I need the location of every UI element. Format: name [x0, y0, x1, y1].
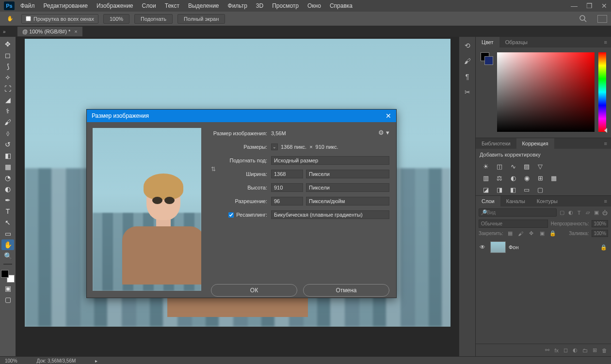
dimensions-unit-toggle[interactable]: ⌄ — [271, 143, 278, 150]
crop-tool[interactable]: ⛶ — [1, 83, 14, 94]
layer-mask-icon[interactable]: ◻ — [563, 347, 568, 353]
tab-color[interactable]: Цвет — [476, 37, 499, 47]
color-panel-menu-icon[interactable]: ≡ — [600, 39, 611, 45]
clone-tool[interactable]: ⎀ — [1, 128, 14, 139]
zoom-100-button[interactable]: 100% — [103, 14, 129, 24]
opacity-value[interactable]: 100% — [592, 220, 608, 227]
move-tool[interactable]: ✥ — [1, 39, 14, 49]
tab-paths[interactable]: Контуры — [531, 196, 563, 206]
scroll-all-windows-checkbox[interactable]: Прокрутка во всех окнах — [21, 14, 98, 24]
lasso-tool[interactable]: ⟆ — [1, 61, 14, 72]
filter-toggle-icon[interactable]: ⏻ — [601, 210, 608, 216]
filter-adjust-icon[interactable]: ◐ — [567, 209, 574, 216]
gear-icon[interactable]: ⚙ ▾ — [378, 129, 389, 136]
maximize-button[interactable]: ❐ — [586, 2, 593, 10]
menu-text[interactable]: Текст — [165, 2, 179, 9]
width-input[interactable] — [271, 170, 303, 178]
gradient-tool[interactable]: ▦ — [1, 161, 14, 172]
resample-checkbox[interactable] — [228, 212, 234, 218]
gradient-map-icon[interactable]: ▭ — [522, 186, 531, 193]
lock-pixels-icon[interactable]: 🖌 — [517, 231, 525, 237]
screenmode-tool[interactable]: ▢ — [1, 294, 14, 305]
dodge-tool[interactable]: ◐ — [1, 184, 14, 194]
selective-icon[interactable]: ▢ — [536, 186, 545, 193]
heal-tool[interactable]: ⚕ — [1, 106, 14, 116]
layers-panel-menu-icon[interactable]: ≡ — [600, 198, 611, 204]
lock-position-icon[interactable]: ✥ — [528, 230, 535, 237]
menu-select[interactable]: Выделение — [188, 2, 219, 9]
path-tool[interactable]: ↖ — [1, 217, 14, 228]
menu-3d[interactable]: 3D — [256, 2, 263, 9]
filter-shape-icon[interactable]: ▱ — [584, 209, 591, 216]
dialog-titlebar[interactable]: Размер изображения ✕ — [87, 110, 396, 122]
search-icon[interactable] — [579, 15, 587, 23]
filter-image-icon[interactable]: ▢ — [559, 209, 565, 216]
tools-panel-icon[interactable]: ✂ — [465, 88, 470, 96]
filter-smart-icon[interactable]: ▣ — [593, 209, 600, 216]
layer-thumbnail[interactable] — [490, 241, 506, 253]
close-tab-icon[interactable]: × — [74, 29, 77, 34]
workspace-switcher-icon[interactable] — [597, 15, 607, 23]
lock-all-icon[interactable]: 🔒 — [549, 230, 557, 237]
tab-correction[interactable]: Коррекция — [516, 138, 554, 149]
minimize-button[interactable]: — — [571, 2, 578, 10]
brush-tool[interactable]: 🖌 — [1, 117, 14, 127]
eraser-tool[interactable]: ◧ — [1, 150, 14, 161]
menu-layers[interactable]: Слои — [142, 2, 156, 9]
color-swatches[interactable] — [1, 270, 15, 283]
resolution-unit-select[interactable]: Пиксели/дюйм — [306, 197, 389, 206]
panel-swatches[interactable] — [481, 52, 493, 133]
vibrance-icon[interactable]: ▽ — [536, 162, 545, 170]
status-doc[interactable]: Док: 3,56M/3,56M — [37, 358, 76, 364]
zoom-tool[interactable]: 🔍 — [1, 251, 14, 261]
scroll-all-checkbox-input[interactable] — [26, 16, 31, 21]
hue-slider[interactable] — [598, 52, 606, 132]
eyedropper-tool[interactable]: ◢ — [1, 95, 14, 105]
layer-filter-input[interactable] — [479, 208, 557, 217]
hand-tool[interactable]: ✋ — [1, 239, 14, 250]
new-layer-icon[interactable]: ⊞ — [593, 347, 597, 353]
brushes-panel-icon[interactable]: 🖌 — [464, 57, 471, 65]
color-cursor[interactable] — [498, 102, 503, 107]
lock-artboard-icon[interactable]: ▣ — [538, 230, 546, 237]
menu-window[interactable]: Окно — [307, 2, 321, 9]
group-icon[interactable]: 🗀 — [582, 348, 588, 353]
balance-icon[interactable]: ⚖ — [495, 174, 504, 182]
document-tab[interactable]: @ 100% (RGB/8#) * × — [17, 27, 82, 36]
photo-filter-icon[interactable]: ◉ — [522, 174, 531, 182]
height-input[interactable] — [271, 183, 303, 192]
panel-bg-swatch[interactable] — [484, 56, 493, 65]
height-unit-select[interactable]: Пиксели — [306, 183, 389, 192]
tab-channels[interactable]: Каналы — [500, 196, 531, 206]
fill-adjust-icon[interactable]: ◐ — [573, 347, 578, 353]
constrain-proportions-icon[interactable]: ⇅ — [211, 166, 216, 173]
threshold-icon[interactable]: ◧ — [509, 186, 517, 193]
width-unit-select[interactable]: Пиксели — [306, 170, 389, 178]
status-arrow-icon[interactable]: ▸ — [95, 358, 97, 364]
delete-layer-icon[interactable]: 🗑 — [602, 348, 607, 353]
invert-icon[interactable]: ◪ — [482, 186, 490, 193]
tab-layers[interactable]: Слои — [476, 196, 500, 206]
color-field[interactable] — [497, 52, 595, 132]
blur-tool[interactable]: ◔ — [1, 173, 14, 183]
levels-icon[interactable]: ◫ — [495, 162, 504, 170]
hand-tool-icon[interactable]: ✋ — [4, 14, 16, 24]
menu-view[interactable]: Просмотр — [272, 2, 299, 9]
correction-panel-menu-icon[interactable]: ≡ — [600, 141, 611, 146]
menu-file[interactable]: Файл — [20, 2, 35, 9]
layer-row-background[interactable]: 👁 Фон 🔒 — [477, 240, 610, 254]
quickmask-tool[interactable]: ▣ — [1, 283, 14, 294]
cancel-button[interactable]: Отмена — [303, 284, 389, 297]
resample-method-select[interactable]: Бикубическая (плавные градиенты) — [271, 210, 389, 219]
tab-libraries[interactable]: Библиотеки — [476, 138, 516, 149]
menu-help[interactable]: Справка — [330, 2, 353, 9]
foreground-color-swatch[interactable] — [1, 270, 9, 278]
paragraph-panel-icon[interactable]: ¶ — [466, 73, 469, 80]
brightness-icon[interactable]: ☀ — [482, 162, 490, 170]
posterize-icon[interactable]: ◨ — [495, 186, 504, 193]
history-panel-icon[interactable]: ⟲ — [465, 42, 470, 49]
magic-wand-tool[interactable]: ✧ — [1, 72, 14, 83]
filter-type-icon[interactable]: T — [576, 210, 582, 216]
shape-tool[interactable]: ▭ — [1, 228, 14, 239]
tab-expand-icon[interactable]: » — [3, 29, 6, 34]
